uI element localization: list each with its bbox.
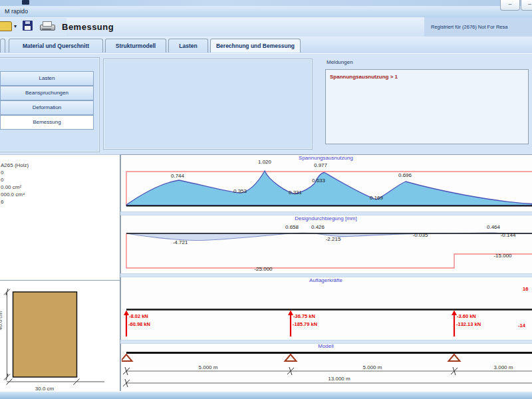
deflection-value: -2.215 [326, 236, 341, 242]
options-panel-empty [103, 59, 313, 150]
messages-box: Spannungsausnutzung > 1 [325, 69, 529, 144]
title-bar [0, 6, 532, 18]
reaction-value: -132.13 kN [456, 321, 481, 327]
utilization-value: 1.020 [258, 159, 271, 165]
section-info-line: 6 [1, 198, 120, 205]
deflection-limit-value: -15.000 [493, 253, 511, 259]
tab-clipped-left[interactable] [0, 39, 5, 53]
reaction-value-clipped: 16 [523, 286, 528, 292]
print-icon[interactable] [40, 21, 54, 31]
sidebar-item-deformation[interactable]: Deformation [0, 100, 94, 115]
deflection-value: 0.464 [487, 224, 500, 230]
reaction-arrow [288, 311, 293, 316]
support-triangle [285, 354, 297, 361]
total-length-label: 13.000 m [328, 376, 350, 382]
utilization-value: 0.331 [289, 190, 302, 196]
reaction-value: -8.02 kN [129, 313, 148, 319]
registration-text: Registriert für (2676) Not For Resa [431, 24, 507, 30]
utilization-value: 0.169 [370, 195, 383, 201]
sidebar-item-bemessung[interactable]: Bemessung [0, 115, 94, 130]
status-bar [0, 391, 532, 399]
utilization-value: 0.744 [171, 173, 184, 179]
utilization-value: 0.633 [312, 178, 325, 184]
cross-section-panel [0, 280, 120, 392]
section-info-line: 000.0 cm⁴ [1, 191, 120, 198]
deflection-limit-value: -25.000 [254, 266, 272, 272]
open-file-icon[interactable] [0, 21, 12, 31]
utilization-value: 0.696 [398, 172, 412, 178]
reaction-arrow [124, 311, 129, 316]
page-title: Bemessung [62, 22, 114, 32]
tab-berechnung-und-bemessung[interactable]: Berechnung und Bemessung [210, 39, 301, 53]
deflection-value: 0.658 [285, 224, 299, 230]
span-length-label: 5.000 m [363, 364, 382, 370]
reaction-value-clipped: -14 [518, 323, 525, 329]
app-icon [22, 0, 29, 5]
section-info-line: 0.00 cm² [1, 184, 120, 191]
open-dropdown-icon[interactable]: ▾ [14, 23, 17, 29]
minimize-button[interactable]: – [500, 0, 520, 11]
sidebar-item-beanspruchungen[interactable]: Beanspruchungen [0, 86, 94, 100]
span-length-label: 5.000 m [199, 364, 218, 370]
window-title: M rapido [5, 8, 28, 15]
deflection-value: -0.035 [413, 232, 428, 238]
minimize-icon: – [508, 1, 511, 7]
section-info-line: 0 [1, 176, 120, 184]
support-triangle [122, 354, 132, 361]
utilization-curve [126, 171, 532, 205]
model-chart [122, 342, 532, 391]
cross-section-drawing [0, 281, 120, 391]
tab-material-und-querschnitt[interactable]: Material und Querschnitt [9, 39, 103, 53]
reaction-value: -60.98 kN [128, 321, 150, 327]
section-info-line: A265 (Holz) [1, 162, 120, 169]
window-top-strip [0, 0, 532, 6]
support-triangle [449, 354, 460, 361]
cross-section-rect [13, 292, 77, 377]
utilization-value: 0.353 [233, 188, 247, 194]
tab-strukturmodell[interactable]: Strukturmodell [105, 39, 166, 53]
warning-message: Spannungsausnutzung > 1 [330, 74, 398, 80]
section-info-panel: A265 (Holz) 0 0 0.00 cm² 000.0 cm⁴ 6 [0, 154, 120, 281]
maximize-button[interactable]: – [521, 0, 532, 11]
section-height-label: 40.0 cm [0, 311, 3, 330]
application-window: M rapido – – ▾ Bemessung Registriert für… [0, 0, 532, 399]
reaction-arrow [452, 311, 457, 316]
reaction-value: -3.60 kN [457, 313, 476, 319]
utilization-value: 0.977 [314, 162, 327, 168]
deflection-value: -0.144 [501, 232, 516, 238]
reactions-chart [122, 276, 532, 340]
deflection-value: 0.426 [311, 224, 325, 230]
section-info-line: 0 [1, 169, 120, 176]
tab-lasten[interactable]: Lasten [168, 39, 208, 53]
span-length-label: 3.000 m [494, 364, 513, 370]
maximize-icon: – [528, 1, 531, 7]
reaction-value: -185.79 kN [293, 321, 317, 327]
reaction-value: -36.75 kN [293, 313, 315, 319]
messages-panel-label: Meldungen [327, 59, 353, 65]
sidebar-item-lasten[interactable]: Lasten [0, 71, 94, 86]
deflection-value: -4.721 [173, 239, 188, 245]
save-icon[interactable] [23, 21, 33, 31]
